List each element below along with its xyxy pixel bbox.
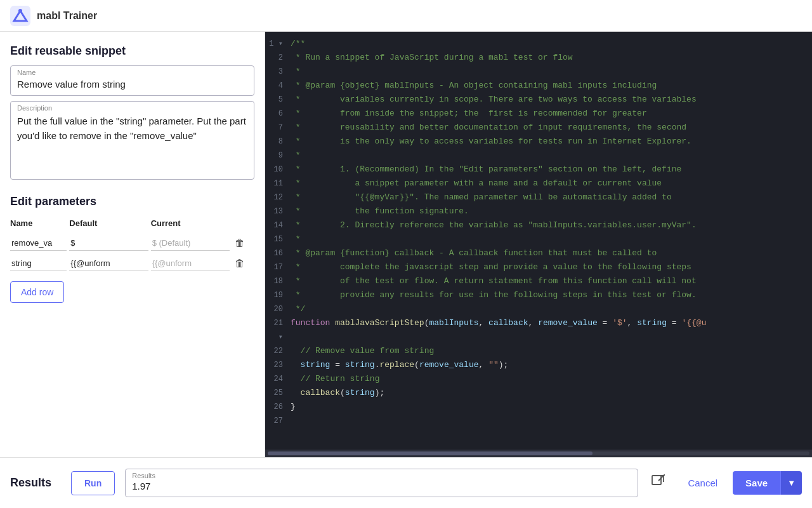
- code-line: 10 * 1. (Recommended) In the "Edit param…: [265, 163, 812, 177]
- code-line: 2 * Run a snippet of JavaScript during a…: [265, 51, 812, 65]
- save-btn-group: Save ▼: [733, 471, 802, 495]
- table-row: 🗑: [10, 253, 254, 274]
- results-value: 1.97: [132, 481, 631, 491]
- save-button[interactable]: Save: [733, 471, 780, 495]
- code-line: 22 // Remove value from string: [265, 344, 812, 358]
- description-input[interactable]: Put the full value in the "string" param…: [17, 114, 247, 171]
- code-line: 20 */: [265, 302, 812, 316]
- col-current: Current: [151, 216, 232, 233]
- code-line: 25 callback(string);: [265, 386, 812, 400]
- code-line: 9 *: [265, 149, 812, 163]
- code-line: 19 * provide any results for use in the …: [265, 288, 812, 302]
- code-editor[interactable]: 1 ▾ /** 2 * Run a snippet of JavaScript …: [265, 32, 812, 450]
- param-name-1[interactable]: [10, 256, 67, 271]
- name-input[interactable]: [17, 79, 247, 90]
- param-current-1[interactable]: [151, 256, 230, 271]
- code-line: 14 * 2. Directly reference the variable …: [265, 218, 812, 232]
- cancel-button[interactable]: Cancel: [678, 471, 728, 495]
- results-title: Results: [10, 476, 61, 490]
- code-line: 24 // Return string: [265, 372, 812, 386]
- code-line: 1 ▾ /**: [265, 37, 812, 51]
- code-line: 21 ▾ function mablJavaScriptStep(mablInp…: [265, 316, 812, 344]
- action-buttons: Cancel Save ▼: [678, 471, 802, 495]
- name-label: Name: [17, 69, 247, 76]
- code-line: 12 * "{{@myVar}}". The named parameter w…: [265, 190, 812, 204]
- delete-row-1-icon[interactable]: 🗑: [232, 257, 247, 270]
- bottom-bar: Results Run Results 1.97 Cancel Save ▼: [0, 457, 812, 508]
- param-name-0[interactable]: [10, 236, 67, 251]
- param-default-0[interactable]: [69, 236, 148, 251]
- code-line: 15 *: [265, 232, 812, 246]
- code-line: 18 * of the test or flow. A return state…: [265, 274, 812, 288]
- main-content: Edit reusable snippet Name Description P…: [0, 32, 812, 457]
- code-scrollbar[interactable]: [265, 450, 812, 457]
- run-button[interactable]: Run: [71, 471, 115, 495]
- col-default: Default: [69, 216, 150, 233]
- code-line: 27: [265, 414, 812, 428]
- scrollbar-thumb[interactable]: [268, 451, 593, 455]
- description-label: Description: [17, 104, 247, 112]
- code-line: 4 * @param {object} mablInputs - An obje…: [265, 79, 812, 93]
- add-row-button[interactable]: Add row: [10, 281, 64, 303]
- results-field-group: Results 1.97: [125, 469, 638, 497]
- table-row: 🗑: [10, 233, 254, 253]
- svg-point-2: [18, 9, 22, 13]
- code-line: 11 * a snippet parameter with a name and…: [265, 177, 812, 190]
- code-line: 26 }: [265, 400, 812, 414]
- code-line: 6 * from inside the snippet; the first i…: [265, 107, 812, 121]
- edit-params-section: Edit parameters Name Default Current: [10, 195, 254, 303]
- code-line: 16 * @param {function} callback - A call…: [265, 246, 812, 260]
- code-line: 17 * complete the javascript step and pr…: [265, 260, 812, 274]
- svg-rect-0: [10, 6, 30, 26]
- code-line: 3 *: [265, 65, 812, 79]
- mabl-logo-icon: [10, 6, 30, 26]
- external-link-icon[interactable]: [648, 472, 667, 494]
- edit-params-title: Edit parameters: [10, 195, 254, 208]
- edit-snippet-section: Edit reusable snippet Name Description P…: [10, 44, 254, 185]
- left-panel: Edit reusable snippet Name Description P…: [0, 32, 265, 457]
- name-field-group: Name: [10, 65, 254, 96]
- save-dropdown-button[interactable]: ▼: [780, 471, 802, 495]
- scrollbar-track: [268, 451, 809, 455]
- param-default-1[interactable]: [69, 256, 148, 271]
- col-name: Name: [10, 216, 69, 233]
- results-label: Results: [132, 472, 631, 479]
- code-panel: 1 ▾ /** 2 * Run a snippet of JavaScript …: [265, 32, 812, 457]
- code-line: 5 * variables currently in scope. There …: [265, 93, 812, 107]
- code-line: 23 string = string.replace(remove_value,…: [265, 358, 812, 372]
- header: mabl Trainer: [0, 0, 812, 32]
- edit-snippet-title: Edit reusable snippet: [10, 44, 254, 58]
- code-line: 7 * reusability and better documentation…: [265, 121, 812, 135]
- delete-row-0-icon[interactable]: 🗑: [232, 236, 247, 250]
- code-line: 8 * is the only way to access variables …: [265, 135, 812, 149]
- app-title: mabl Trainer: [37, 10, 97, 22]
- params-table: Name Default Current 🗑: [10, 216, 254, 274]
- param-current-0[interactable]: [151, 236, 230, 251]
- code-line: 13 * the function signature.: [265, 204, 812, 218]
- description-field-group: Description Put the full value in the "s…: [10, 101, 254, 180]
